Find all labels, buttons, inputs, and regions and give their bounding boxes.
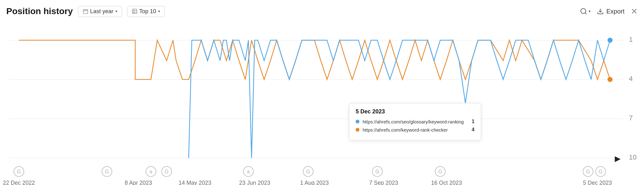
annotation-g-1: G — [14, 166, 24, 177]
svg-text:G: G — [438, 169, 442, 174]
toolbar-right: ▾ Export ✕ — [577, 6, 638, 16]
tooltip-val-1: 4 — [472, 127, 475, 133]
x-label-dec22: 22 Dec 2022 — [3, 180, 35, 185]
x-label-dec23: 5 Dec 2023 — [583, 180, 612, 185]
position-history-widget: Position history Last year ▾ Top 10 ▾ — [0, 0, 644, 185]
page-title: Position history — [6, 6, 73, 16]
x-label-aug23: 1 Aug 2023 — [300, 180, 329, 185]
tooltip-row-1: https://ahrefs.com/keyword-rank-checker … — [356, 127, 475, 133]
svg-text:a: a — [150, 169, 153, 174]
y-label-7: 7 — [629, 114, 633, 122]
svg-text:a: a — [247, 169, 250, 174]
svg-text:G: G — [375, 169, 379, 174]
x-label-apr23: 8 Apr 2023 — [125, 180, 152, 185]
svg-line-9 — [585, 13, 586, 14]
rank-filter-caret: ▾ — [158, 9, 160, 14]
calendar-icon — [83, 8, 88, 14]
tooltip-val-0: 1 — [472, 119, 475, 124]
tooltip-dot-1 — [356, 128, 359, 132]
x-label-oct23: 16 Oct 2023 — [431, 180, 462, 185]
annotation-g-6: G — [435, 166, 445, 177]
x-label-may23: 14 May 2023 — [179, 180, 211, 185]
tooltip-url-1: https://ahrefs.com/keyword-rank-checker — [363, 127, 465, 133]
close-button[interactable]: ✕ — [631, 7, 638, 16]
svg-rect-4 — [132, 9, 136, 14]
y-label-4: 4 — [629, 75, 633, 83]
tooltip-row-0: https://ahrefs.com/seo/glossary/keyword-… — [356, 119, 475, 124]
svg-rect-0 — [83, 10, 87, 14]
orange-endpoint-dot — [608, 77, 613, 82]
svg-text:G: G — [586, 169, 590, 174]
rank-filter-button[interactable]: Top 10 ▾ — [127, 6, 165, 17]
rank-filter-label: Top 10 — [139, 8, 156, 15]
comment-caret: ▾ — [589, 9, 591, 14]
annotation-g-2: G — [102, 166, 112, 177]
tooltip-url-0: https://ahrefs.com/seo/glossary/keyword-… — [363, 119, 465, 124]
svg-text:G: G — [17, 169, 21, 174]
annotation-g-4: G — [303, 166, 313, 177]
toolbar: Position history Last year ▾ Top 10 ▾ — [0, 0, 644, 21]
date-filter-label: Last year — [90, 8, 114, 15]
annotation-g-8: G — [596, 166, 606, 177]
annotation-g-5: G — [372, 166, 382, 177]
export-button[interactable]: Export — [597, 8, 625, 15]
tooltip-date: 5 Dec 2023 — [356, 108, 475, 115]
x-label-sep23: 7 Sep 2023 — [369, 180, 398, 185]
orange-line — [19, 40, 610, 79]
y-label-10: 10 — [629, 153, 636, 161]
annotation-g-3: G — [162, 166, 172, 177]
svg-text:G: G — [105, 169, 109, 174]
x-label-jun23: 23 Jun 2023 — [239, 180, 270, 185]
svg-text:G: G — [306, 169, 310, 174]
svg-text:G: G — [165, 169, 169, 174]
chart-area: 1 4 7 10 G G — [0, 21, 644, 185]
chart-svg: 1 4 7 10 G G — [0, 21, 644, 185]
close-icon: ✕ — [631, 7, 638, 16]
export-icon — [597, 8, 604, 15]
tooltip-dot-0 — [356, 120, 359, 123]
annotation-a-2: a — [243, 166, 253, 177]
date-filter-button[interactable]: Last year ▾ — [78, 6, 122, 17]
annotation-a-1: a — [146, 166, 156, 177]
svg-text:G: G — [599, 169, 602, 174]
tooltip: 5 Dec 2023 https://ahrefs.com/seo/glossa… — [349, 103, 481, 140]
blue-endpoint-dot — [608, 38, 613, 43]
comment-button[interactable]: ▾ — [577, 6, 593, 16]
y-label-1: 1 — [629, 35, 633, 43]
table-icon — [132, 8, 137, 14]
date-filter-caret: ▾ — [115, 9, 117, 14]
svg-point-8 — [581, 8, 586, 14]
annotation-g-7: G — [583, 166, 593, 177]
export-label: Export — [606, 8, 625, 15]
cursor-icon: ▶ — [615, 154, 621, 163]
comment-icon — [580, 8, 587, 15]
